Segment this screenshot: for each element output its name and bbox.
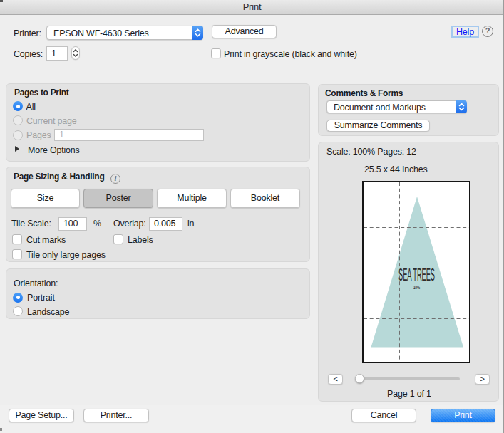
svg-text:10%: 10% [413,285,421,290]
svg-text:SEA TREES: SEA TREES [398,266,435,284]
